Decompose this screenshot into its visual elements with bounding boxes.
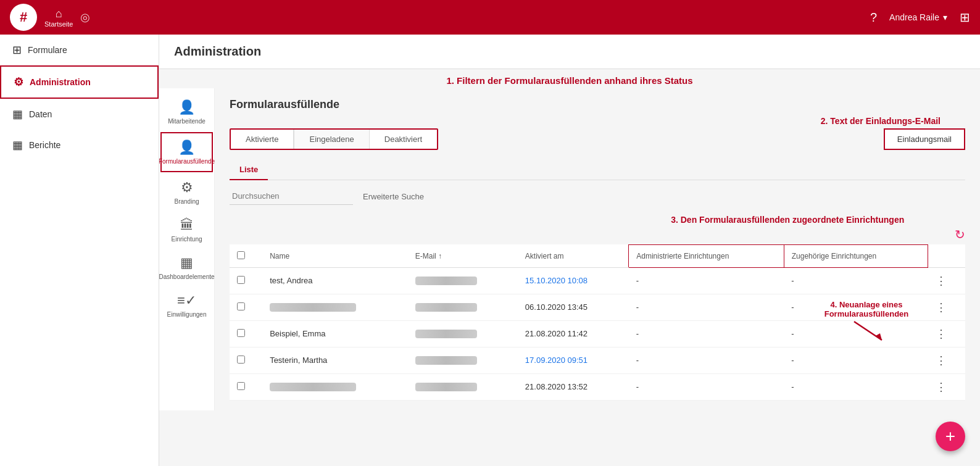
content-sidebar: 👤 Mitarbeitende 👤 Formularausfüllende ⚙ … [159,88,215,410]
cell-admin-einr: - [629,347,784,373]
data-icon: ▦ [12,107,23,121]
th-zugehoerige-einrichtungen: Zugehörige Einrichtungen [784,245,928,268]
row-checkbox[interactable] [237,276,245,284]
cell-admin-einr: - [629,373,784,400]
tabs-container: Aktivierte Eingeladene Deaktiviert [230,128,965,150]
search-row: Erweiterte Suche [230,188,965,205]
row-actions-icon[interactable]: ⋮ [936,275,947,287]
sidebar-item-formulare[interactable]: ⊞ Formulare [0,35,159,65]
th-aktiviert-am: Aktiviert am [518,245,629,268]
add-icon: + [945,426,955,446]
add-fab-button[interactable]: + [936,422,965,451]
navbar-left: # ⌂ Startseite ◎ [10,4,90,31]
cs-label-einrichtung: Einrichtung [171,236,202,243]
cell-zugeh-einr: - [784,373,928,400]
row-actions-icon[interactable]: ⋮ [936,301,947,314]
cell-zugeh-einr: - [784,267,928,294]
reports-icon: ▦ [12,138,23,152]
dashboard-icon: ▦ [180,255,193,271]
apps-grid-icon[interactable]: ⊞ [960,10,970,25]
cell-date: 21.08.2020 13:52 [518,373,629,400]
cs-item-dashboardelemente[interactable]: ▦ Dashboardelemente [159,249,214,286]
cs-item-formularausfuellende[interactable]: 👤 Formularausfüllende [160,132,213,172]
sidebar-label-administration: Administration [30,77,91,87]
cell-email [408,294,518,320]
row-actions-icon[interactable]: ⋮ [936,354,947,367]
sidebar-item-administration[interactable]: ⚙ Administration [0,65,159,99]
row-checkbox[interactable] [237,329,245,337]
tab-eingeladene[interactable]: Eingeladene [294,130,369,149]
einladungsmail-button[interactable]: Einladungsmail [884,128,965,150]
cell-admin-einr: - [629,267,784,294]
cell-email [408,320,518,347]
select-all-checkbox[interactable] [237,251,245,259]
sub-tabs: Liste [230,160,965,180]
navbar: # ⌂ Startseite ◎ ? Andrea Raile ▾ ⊞ [0,0,980,35]
table-wrapper: Name E-Mail ↑ Aktiviert am Administriert… [230,244,965,401]
row-checkbox[interactable] [237,356,245,364]
row-actions-icon[interactable]: ⋮ [936,381,947,393]
tabs-annotation-area: 2. Text der Einladungs-E-Mail Aktivierte… [230,116,965,150]
cs-label-einwilligungen: Einwilligungen [167,311,207,318]
annotation-3: 3. Den Formularausfüllenden zugeordnete … [671,215,965,225]
cell-zugeh-einr: - [784,347,928,373]
page-header: Administration [159,35,980,69]
cell-admin-einr: - [629,294,784,320]
cell-actions: ⋮ [928,294,965,320]
formfiller-icon: 👤 [178,139,195,156]
cell-date: 17.09.2020 09:51 [518,347,629,373]
sidebar-item-berichte[interactable]: ▦ Berichte [0,130,159,160]
cs-label-formularausfuellende: Formularausfüllende [159,158,215,165]
admin-icon: ⚙ [14,75,23,89]
tab-aktivierte[interactable]: Aktivierte [231,130,294,149]
sidebar-label-formulare: Formulare [28,45,67,55]
advanced-search-link[interactable]: Erweiterte Suche [363,192,424,201]
cs-item-einwilligungen[interactable]: ≡✓ Einwilligungen [159,286,214,324]
annotation-2: 2. Text der Einladungs-E-Mail [821,116,941,126]
app-logo[interactable]: # [10,4,37,31]
annotation-2-wrapper: 2. Text der Einladungs-E-Mail [230,116,965,128]
cell-name: test, Andrea [262,267,408,294]
home-icon: ⌂ [56,7,62,20]
cs-label-mitarbeitende: Mitarbeitende [168,118,206,125]
row-checkbox[interactable] [237,302,245,310]
home-button[interactable]: ⌂ Startseite [44,7,73,28]
refresh-icon[interactable]: ↻ [230,227,965,242]
user-menu[interactable]: Andrea Raile ▾ [889,12,947,22]
cell-date: 15.10.2020 10:08 [518,267,629,294]
sidebar-label-daten: Daten [29,109,52,119]
table-row: test, Andrea 15.10.2020 10:08 - - ⋮ [230,267,965,294]
institution-icon: 🏛 [180,217,194,233]
help-icon[interactable]: ? [870,10,877,25]
main-content: Administration 1. Filtern der Formularau… [159,35,980,466]
sub-tab-liste[interactable]: Liste [230,160,268,180]
row-actions-icon[interactable]: ⋮ [936,328,947,340]
user-chevron-icon: ▾ [943,12,947,22]
target-icon: ◎ [80,10,90,24]
cell-email [408,373,518,400]
cell-admin-einr: - [629,320,784,347]
branding-icon: ⚙ [181,180,193,196]
th-email[interactable]: E-Mail ↑ [408,245,518,268]
navbar-right: ? Andrea Raile ▾ ⊞ [870,10,970,25]
tab-deaktiviert[interactable]: Deaktiviert [370,130,437,149]
cell-actions: ⋮ [928,320,965,347]
cell-name [262,294,408,320]
th-actions [928,245,965,268]
user-name: Andrea Raile [889,12,939,22]
page-title: Administration [174,44,261,58]
cs-item-branding[interactable]: ⚙ Branding [159,173,214,211]
cs-item-einrichtung[interactable]: 🏛 Einrichtung [159,211,214,249]
annotation-1: 1. Filtern der Formularausfüllenden anha… [159,69,980,88]
main-layout: ⊞ Formulare ⚙ Administration ▦ Daten ▦ B… [0,35,980,466]
cell-actions: ⋮ [928,347,965,373]
content-panel: Formularausfüllende 2. Text der Einladun… [215,88,980,410]
cs-item-mitarbeitende[interactable]: 👤 Mitarbeitende [159,93,214,131]
row-checkbox[interactable] [237,382,245,390]
search-input[interactable] [230,188,353,205]
cell-date: 21.08.2020 11:42 [518,320,629,347]
cs-label-dashboardelemente: Dashboardelemente [159,273,215,280]
cell-actions: ⋮ [928,267,965,294]
sidebar-item-daten[interactable]: ▦ Daten [0,99,159,130]
cell-name [262,373,408,400]
